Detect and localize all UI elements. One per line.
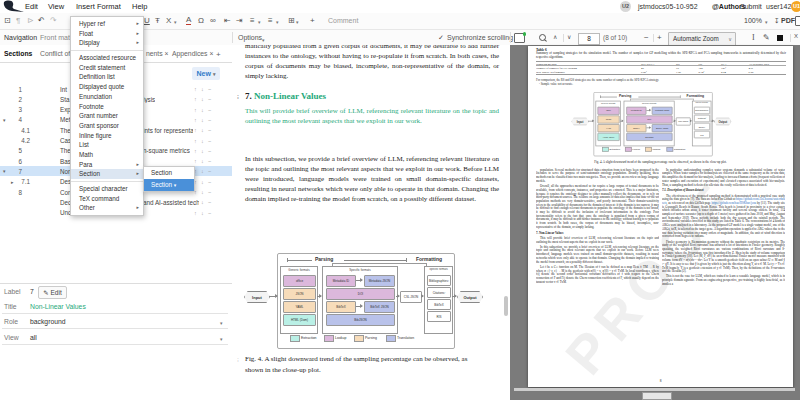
move-down-icon[interactable]: ↓ [201, 199, 204, 205]
outdent-icon[interactable]: ⇤ [224, 16, 231, 25]
move-down-icon[interactable]: ↓ [201, 210, 204, 216]
tab-sections[interactable]: Sections [4, 50, 32, 57]
label-value[interactable]: 7 [30, 288, 34, 295]
view-caret-icon[interactable]: ▾ [220, 336, 223, 342]
move-down-icon[interactable]: ↓ [201, 86, 204, 92]
metadata-icon[interactable]: ¶ [16, 16, 20, 25]
text-select-tool-icon[interactable]: I [752, 33, 755, 42]
underline-icon[interactable]: U [144, 16, 150, 25]
menu-item-grant-sponsor[interactable]: Grant sponsor [71, 121, 143, 131]
zoom-percent[interactable]: 100% [744, 17, 762, 24]
highlight-color-icon[interactable] [777, 35, 783, 41]
link-icon[interactable]: ∞ [210, 16, 216, 25]
submit-button[interactable]: Submit [740, 3, 762, 10]
remove-icon[interactable]: − [208, 158, 211, 164]
bullet-list-icon[interactable]: ≡ [250, 16, 255, 25]
menu-item-grant-number[interactable]: Grant number [71, 111, 143, 121]
menu-edit[interactable]: Edit [25, 2, 38, 11]
move-down-icon[interactable]: ↓ [201, 168, 204, 174]
annotate-pen-icon[interactable]: ✎ [763, 33, 770, 42]
variant-icon[interactable]: X [166, 16, 171, 25]
user-avatar[interactable]: U1 [791, 1, 800, 12]
user-name[interactable]: user142 [766, 3, 791, 10]
page-next-icon[interactable]: ∨ [567, 33, 571, 40]
page-prev-icon[interactable]: ∧ [553, 33, 557, 40]
split-view-icon[interactable] [795, 16, 800, 26]
menu-item-displayed-quote[interactable]: Displayed quote [71, 82, 143, 92]
zoom-in-icon[interactable]: + [657, 33, 662, 42]
table-icon[interactable]: ⊞ [288, 16, 295, 25]
menu-item-inline-figure[interactable]: Inline figure [71, 131, 143, 141]
move-up-icon[interactable]: ↑ [194, 86, 197, 92]
menu-help[interactable]: Help [132, 2, 147, 11]
editor-scrollbar-thumb[interactable] [504, 296, 508, 316]
tab-statements-fragment[interactable]: nents × [146, 50, 169, 57]
move-up-icon[interactable]: ↑ [194, 127, 197, 133]
remove-icon[interactable]: − [208, 107, 211, 113]
remove-icon[interactable]: − [208, 127, 211, 133]
add-tab-button[interactable]: + [216, 50, 221, 59]
menu-item-special-character[interactable]: Special character [71, 184, 143, 194]
remove-icon[interactable]: − [208, 138, 211, 144]
move-up-icon[interactable]: ↑ [194, 210, 197, 216]
strikethrough-icon[interactable]: Ŧ [155, 16, 160, 25]
menu-item-footnote[interactable]: Footnote [71, 102, 143, 112]
menu-item-para[interactable]: Para▸ [71, 160, 143, 170]
zoom-out-icon[interactable]: − [644, 33, 649, 42]
editor-paragraph[interactable]: In this subsection, we provide a brief o… [245, 154, 499, 204]
zoom-caret-icon[interactable]: ▾ [765, 19, 768, 25]
font-color-icon[interactable]: A [186, 16, 191, 25]
remove-icon[interactable]: − [208, 199, 211, 205]
figure-diagram[interactable]: Parsing Formatting Input Generic formats… [236, 250, 510, 350]
annotation-paragraph[interactable]: This will provide brief overview of LLM,… [245, 106, 499, 126]
github-link[interactable]: https://github.com/hao/HSKhac/jena [712, 201, 757, 204]
move-down-icon[interactable]: ↓ [201, 189, 204, 195]
pdf-preview-panel[interactable]: PROOF Table 6 Summary of sampling strate… [510, 45, 800, 400]
insert-figure-icon[interactable]: ⊡ [4, 16, 11, 25]
menu-item-definition-list[interactable]: Definition list [71, 72, 143, 82]
move-up-icon[interactable]: ↑ [194, 107, 197, 113]
remove-icon[interactable]: − [208, 96, 211, 102]
options-caret-icon[interactable]: ▾ [262, 37, 265, 43]
move-up-icon[interactable]: ↑ [194, 117, 197, 123]
remove-icon[interactable]: − [208, 179, 211, 185]
redo-icon[interactable]: ↷ [50, 16, 57, 25]
figure-caption[interactable]: ⁝ Fig. 4. A slight downward trend of the… [245, 354, 475, 375]
remove-icon[interactable]: − [208, 189, 211, 195]
menu-item-other[interactable]: Other▸ [71, 203, 143, 213]
move-down-icon[interactable]: ↓ [201, 127, 204, 133]
remove-icon[interactable]: − [208, 168, 211, 174]
menu-insert[interactable]: Insert [76, 2, 95, 11]
tab-appendices[interactable]: Appendices × [172, 50, 213, 57]
menu-item-credit-statement[interactable]: Credit statement [71, 63, 143, 73]
menu-item-enunciation[interactable]: Enunciation [71, 92, 143, 102]
editor-panel[interactable]: matically populated from a given corpus … [232, 45, 510, 400]
preview-icon[interactable]: ⊳ [27, 16, 34, 25]
numbered-list-icon[interactable]: ≡ [268, 16, 273, 25]
pdf-sidebar-toggle-icon[interactable] [514, 33, 525, 43]
bullet-list-caret-icon[interactable]: ▾ [258, 19, 261, 25]
submenu-item-section[interactable]: Section [144, 167, 194, 179]
variant-caret-icon[interactable]: ▾ [174, 19, 177, 25]
menu-item-display[interactable]: Display▸ [71, 38, 143, 48]
options-dropdown[interactable]: Options [238, 34, 262, 41]
block-handle-icon[interactable]: ⁝ [237, 355, 239, 366]
move-down-icon[interactable]: ↓ [201, 158, 204, 164]
move-down-icon[interactable]: ↓ [201, 107, 204, 113]
move-down-icon[interactable]: ↓ [201, 148, 204, 154]
menu-view[interactable]: View [48, 2, 64, 11]
section-heading[interactable]: ⁝ 7. Non-Linear Values [245, 91, 326, 101]
submenu-item-section-dropdown[interactable]: Section ▾ [144, 179, 194, 191]
move-up-icon[interactable]: ↑ [194, 138, 197, 144]
menu-item-hyper-ref[interactable]: Hyper ref▸ [71, 19, 143, 29]
remove-icon[interactable]: − [208, 117, 211, 123]
menu-item-math[interactable]: Math [71, 150, 143, 160]
insert-cross-icon[interactable]: + [310, 16, 315, 25]
move-down-icon[interactable]: ↓ [201, 179, 204, 185]
table-caret-icon[interactable]: ▾ [296, 19, 299, 25]
view-select[interactable]: all [30, 334, 37, 341]
numbered-list-caret-icon[interactable]: ▾ [276, 19, 279, 25]
move-up-icon[interactable]: ↑ [194, 148, 197, 154]
pdf-search-icon[interactable] [539, 34, 546, 41]
block-handle-icon[interactable]: ⁝ [237, 93, 239, 100]
